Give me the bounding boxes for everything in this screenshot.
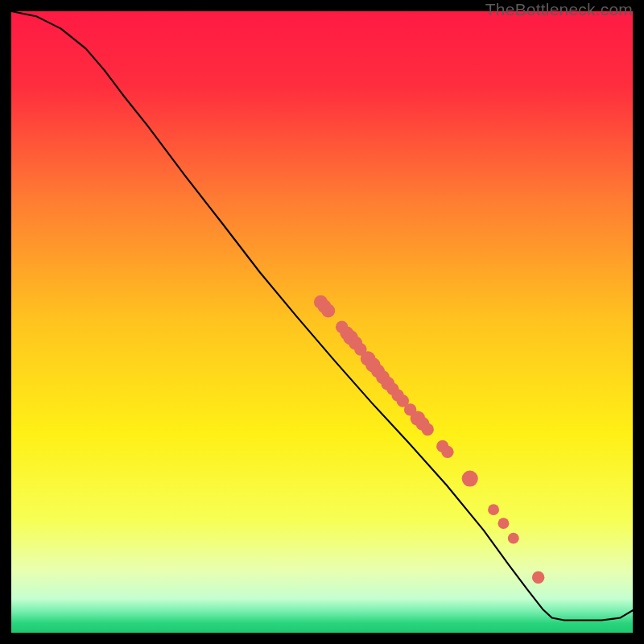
data-marker bbox=[508, 533, 519, 544]
data-marker bbox=[488, 504, 499, 515]
chart-svg bbox=[11, 11, 633, 633]
watermark-label: TheBottleneck.com bbox=[485, 0, 633, 19]
gradient-background bbox=[11, 11, 633, 633]
chart-container: TheBottleneck.com bbox=[0, 0, 644, 644]
data-marker bbox=[441, 446, 453, 458]
data-marker bbox=[497, 518, 509, 529]
data-marker bbox=[422, 423, 434, 436]
plot-area bbox=[11, 11, 633, 633]
data-marker bbox=[321, 304, 335, 318]
data-marker bbox=[462, 471, 478, 487]
data-marker bbox=[532, 572, 544, 584]
